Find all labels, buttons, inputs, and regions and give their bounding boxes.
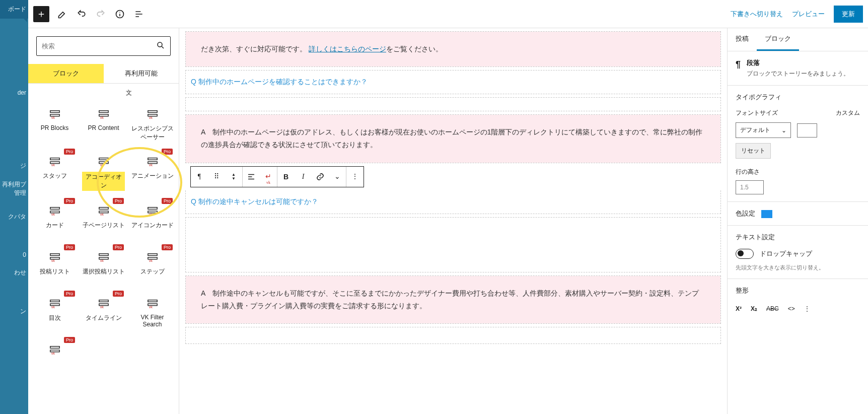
block-item[interactable]: vkアコーディオン xyxy=(80,149,127,196)
subscript-button[interactable]: X₂ xyxy=(751,305,757,312)
answer-block[interactable]: だき次第、すぐに対応可能です。 詳しくはこちらのページをご覧ください。 xyxy=(186,32,720,66)
block-item[interactable]: vkレスポンシブスペーサー xyxy=(129,101,176,147)
reset-button[interactable]: リセット xyxy=(736,143,771,159)
search-field[interactable] xyxy=(42,42,156,50)
custom-size-input[interactable] xyxy=(797,123,817,137)
svg-text:vk: vk xyxy=(149,305,153,309)
question-block[interactable]: Q 制作中のホームページを確認することはできますか？ xyxy=(186,71,720,94)
info-icon[interactable] xyxy=(114,8,126,20)
block-toolbar: ¶ ⠿ ▲▼ ↵vk B I ⌄ ⋮ xyxy=(190,166,364,187)
settings-sidebar: 投稿 ブロック ¶ 段落 ブロックでストーリーをみましょう。 タイポグラフィ xyxy=(727,28,868,414)
block-search-input[interactable] xyxy=(36,36,171,56)
tab-post[interactable]: 投稿 xyxy=(728,28,757,51)
block-type-icon: vk xyxy=(97,251,111,263)
link-icon[interactable] xyxy=(312,167,329,187)
block-item[interactable]: Provk投稿リスト xyxy=(31,244,78,289)
move-arrows-icon[interactable]: ▲▼ xyxy=(225,167,242,187)
chevron-down-icon[interactable]: ⌄ xyxy=(329,167,346,187)
block-type-icon: vk xyxy=(48,108,62,120)
question-block[interactable]: Q 制作の途中キャンセルは可能ですか？ xyxy=(186,190,720,214)
admin-menu-item[interactable]: 再利用ブ管理 xyxy=(0,175,28,202)
block-item-label: 目次 xyxy=(49,314,61,322)
bold-button[interactable]: B xyxy=(277,167,295,187)
admin-menu-item[interactable]: わせ xyxy=(0,263,28,282)
paragraph-icon[interactable]: ¶ xyxy=(191,167,208,187)
svg-text:vk: vk xyxy=(100,163,104,167)
svg-rect-17 xyxy=(99,158,108,160)
more-options-icon[interactable]: ⋮ xyxy=(346,167,364,187)
block-inserter-panel: ブロック 再利用可能 文 vkPR BlocksvkPR Contentvkレス… xyxy=(28,28,179,414)
svg-rect-29 xyxy=(148,208,157,210)
block-item-label: タイムライン xyxy=(86,314,122,322)
block-item[interactable]: vkPR Blocks xyxy=(31,101,78,147)
svg-rect-8 xyxy=(99,111,108,113)
section-format: 整形 xyxy=(736,286,860,295)
tab-reusable[interactable]: 再利用可能 xyxy=(104,64,179,83)
list-view-icon[interactable] xyxy=(133,8,145,20)
block-item[interactable]: Provk選択投稿リスト xyxy=(80,244,127,289)
block-item[interactable]: Provk xyxy=(31,337,78,381)
label-line-height: 行の高さ xyxy=(736,168,860,176)
block-item-label: PR Blocks xyxy=(41,124,68,131)
paragraph-icon: ¶ xyxy=(736,58,741,70)
svg-text:vk: vk xyxy=(149,212,153,217)
tab-blocks[interactable]: ブロック xyxy=(28,64,104,83)
pro-badge: Pro xyxy=(64,337,75,343)
line-height-input[interactable] xyxy=(736,180,764,194)
update-button[interactable]: 更新 xyxy=(834,6,863,23)
block-item[interactable]: Provk目次 xyxy=(31,291,78,335)
vk-icon[interactable]: ↵vk xyxy=(260,167,277,187)
switch-to-draft-button[interactable]: 下書きへ切り替え xyxy=(731,10,783,19)
editor-canvas[interactable]: だき次第、すぐに対応可能です。 詳しくはこちらのページをご覧ください。 Q 制作… xyxy=(179,28,727,414)
svg-text:vk: vk xyxy=(51,351,55,356)
block-item[interactable]: Provk子ページリスト xyxy=(80,198,127,242)
admin-menu-item[interactable]: der xyxy=(0,84,28,101)
block-item[interactable]: Provkカード xyxy=(31,198,78,242)
svg-rect-50 xyxy=(50,347,59,349)
code-button[interactable]: <> xyxy=(788,305,795,312)
admin-menu-item[interactable]: 0 xyxy=(0,246,28,263)
block-item-label: アニメーション xyxy=(131,172,174,180)
dropcap-toggle[interactable] xyxy=(736,249,754,259)
block-item[interactable]: vkVK Filter Search xyxy=(129,291,176,335)
admin-menu-item[interactable]: ン xyxy=(0,302,28,321)
answer-block[interactable]: A 制作中のホームページは仮のアドレス、もしくはお客様が現在お使いのホームページ… xyxy=(186,115,720,162)
tab-block-settings[interactable]: ブロック xyxy=(757,28,799,51)
preview-button[interactable]: プレビュー xyxy=(792,10,825,19)
svg-rect-11 xyxy=(148,111,157,113)
svg-rect-47 xyxy=(148,300,157,302)
more-format-icon[interactable]: ⋮ xyxy=(804,305,810,312)
section-color[interactable]: 色設定 xyxy=(736,210,755,217)
answer-block[interactable]: A 制作途中のキャンセルも可能ですが、そこに至るまでにかかったデザイナー費用や打… xyxy=(186,276,720,323)
label-dropcap: ドロップキャップ xyxy=(760,249,812,258)
color-swatch[interactable] xyxy=(761,210,772,218)
edit-icon[interactable] xyxy=(56,8,68,20)
block-item[interactable]: Provkアイコンカード xyxy=(129,198,176,242)
admin-menu-item[interactable]: ジ xyxy=(0,157,28,175)
block-item[interactable]: vkPR Content xyxy=(80,101,127,147)
align-icon[interactable] xyxy=(243,167,260,187)
admin-menu-item[interactable]: クパタ xyxy=(0,208,28,226)
strikethrough-button[interactable]: ABC xyxy=(766,305,779,312)
redo-icon[interactable] xyxy=(95,8,107,20)
superscript-button[interactable]: X² xyxy=(736,305,742,312)
add-block-button[interactable]: ＋ xyxy=(33,6,49,22)
inline-link[interactable]: 詳しくはこちらのページ xyxy=(309,45,386,53)
italic-button[interactable]: I xyxy=(295,167,312,187)
drag-handle-icon[interactable]: ⠿ xyxy=(208,167,225,187)
font-size-select[interactable]: デフォルト⌄ xyxy=(736,122,791,138)
pro-badge: Pro xyxy=(162,149,173,155)
block-item-label: 選択投稿リスト xyxy=(83,267,125,276)
editor-topbar: ＋ 下書きへ切り替え プレビュー 更新 xyxy=(28,0,868,28)
collapse-arrow-icon xyxy=(23,14,27,22)
block-item-label: アコーディオン xyxy=(82,172,125,191)
block-item[interactable]: Provkアニメーション xyxy=(129,149,176,196)
svg-text:vk: vk xyxy=(51,163,55,167)
svg-text:vk: vk xyxy=(149,163,153,167)
block-item[interactable]: Provkスタッフ xyxy=(31,149,78,196)
undo-icon[interactable] xyxy=(76,8,88,20)
block-item[interactable]: Provkステップ xyxy=(129,244,176,289)
block-item[interactable]: Provkタイムライン xyxy=(80,291,127,335)
block-title: 段落 xyxy=(747,58,849,67)
svg-rect-41 xyxy=(50,300,59,302)
